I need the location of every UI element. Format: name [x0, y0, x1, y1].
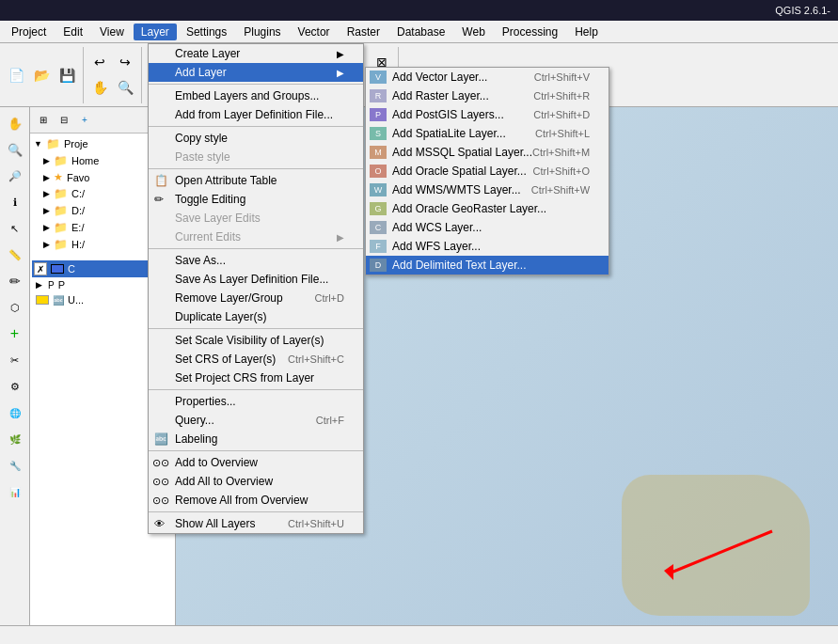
menu-processing[interactable]: Processing [495, 24, 565, 40]
add-definition-item[interactable]: Add from Layer Definition File... [149, 105, 363, 124]
save-as-item[interactable]: Save As... [149, 251, 363, 270]
layer-proj-label: Proje [64, 138, 88, 149]
query-item[interactable]: Query... Ctrl+F [149, 411, 363, 430]
add-spatialite-shortcut: Ctrl+Shift+L [535, 128, 590, 139]
zoom-in-left-btn[interactable]: 🔍 [3, 137, 27, 162]
new-project-btn[interactable]: 📄 [4, 63, 28, 87]
add-wms-item[interactable]: W Add WMS/WMTS Layer... Ctrl+Shift+W [366, 181, 609, 199]
add-overview-label: Add to Overview [175, 456, 258, 469]
add-to-overview-item[interactable]: ⊙⊙ Add to Overview [149, 453, 363, 472]
add-wfs-item[interactable]: F Add WFS Layer... [366, 237, 609, 256]
wms-btn[interactable]: 🌐 [3, 401, 27, 425]
embed-layers-item[interactable]: Embed Layers and Groups... [149, 86, 363, 105]
add-mssql-item[interactable]: M Add MSSQL Spatial Layer... Ctrl+Shift+… [366, 143, 609, 162]
menu-bar: Project Edit View Layer Settings Plugins… [0, 21, 838, 43]
set-scale-item[interactable]: Set Scale Visibility of Layer(s) [149, 331, 363, 350]
save-as-definition-item[interactable]: Save As Layer Definition File... [149, 270, 363, 289]
menu-database[interactable]: Database [389, 24, 452, 40]
digitize-btn[interactable]: ✏ [3, 269, 27, 293]
add-georaster-label: Add Oracle GeoRaster Layer... [392, 202, 546, 215]
menu-view[interactable]: View [92, 24, 132, 40]
menu-plugins[interactable]: Plugins [236, 24, 288, 40]
undo-btn[interactable]: ↩ [87, 50, 112, 74]
toggle-editing-item[interactable]: ✏ Toggle Editing [149, 190, 363, 209]
sep5 [149, 328, 363, 329]
menu-layer[interactable]: Layer [134, 24, 177, 40]
add-group-btn[interactable]: + [75, 111, 94, 130]
add-all-overview-item[interactable]: ⊙⊙ Add All to Overview [149, 472, 363, 491]
add-layer-label: Add Layer [175, 66, 227, 79]
zoom-out-left-btn[interactable]: 🔎 [3, 164, 27, 188]
add-raster-icon: R [370, 89, 387, 102]
duplicate-layer-item[interactable]: Duplicate Layer(s) [149, 307, 363, 326]
add-georaster-item[interactable]: G Add Oracle GeoRaster Layer... [366, 199, 609, 218]
create-layer-item[interactable]: Create Layer ▶ [149, 44, 363, 63]
layer-home-label: Home [71, 155, 99, 166]
layer-visibility-check[interactable]: ✗ [34, 262, 47, 275]
collapse-all-btn[interactable]: ⊟ [55, 111, 73, 130]
set-project-crs-item[interactable]: Set Project CRS from Layer [149, 369, 363, 387]
show-all-layers-item[interactable]: 👁 Show All Layers Ctrl+Shift+U [149, 514, 363, 533]
pan-map-btn[interactable]: ✋ [3, 111, 27, 135]
delete-selected-btn[interactable]: ✂ [3, 348, 27, 372]
plugin2-btn[interactable]: 📊 [3, 479, 27, 504]
menu-project[interactable]: Project [4, 24, 54, 40]
zoom-in-btn[interactable]: 🔍 [113, 75, 137, 100]
check-icon: ✗ [37, 264, 44, 275]
menu-vector[interactable]: Vector [291, 24, 338, 40]
set-project-crs-label: Set Project CRS from Layer [175, 371, 314, 385]
add-spatialite-item[interactable]: S Add SpatiaLite Layer... Ctrl+Shift+L [366, 124, 609, 143]
open-project-btn[interactable]: 📂 [29, 63, 54, 87]
select-feature-btn[interactable]: ↖ [3, 216, 27, 241]
add-delimited-text-item[interactable]: D Add Delimited Text Layer... [366, 256, 609, 275]
add-layer-item[interactable]: Add Layer ▶ [149, 63, 363, 82]
pan-btn[interactable]: ✋ [87, 75, 112, 100]
remove-layer-item[interactable]: Remove Layer/Group Ctrl+D [149, 289, 363, 307]
add-postgis-item[interactable]: P Add PostGIS Layers... Ctrl+Shift+D [366, 105, 609, 124]
redo-btn[interactable]: ↪ [113, 50, 137, 74]
add-postgis-icon: P [370, 108, 387, 121]
add-wcs-item[interactable]: C Add WCS Layer... [366, 218, 609, 237]
layer-dropdown-menu[interactable]: Create Layer ▶ Add Layer ▶ Embed Layers … [148, 43, 364, 534]
sep6 [149, 389, 363, 390]
save-project-btn[interactable]: 💾 [55, 63, 79, 87]
grass-btn[interactable]: 🌿 [3, 427, 27, 451]
add-layer-submenu[interactable]: V Add Vector Layer... Ctrl+Shift+V R Add… [365, 67, 609, 275]
create-layer-arrow: ▶ [337, 49, 344, 59]
layer-e-label: E:/ [71, 222, 84, 233]
plugin1-btn[interactable]: 🔧 [3, 453, 27, 478]
sep8 [149, 511, 363, 512]
layer-color-swatch [51, 264, 64, 274]
add-raster-item[interactable]: R Add Raster Layer... Ctrl+Shift+R [366, 86, 609, 105]
current-edits-label: Current Edits [175, 230, 241, 243]
add-feature-btn[interactable]: + [3, 322, 27, 346]
set-crs-item[interactable]: Set CRS of Layer(s) Ctrl+Shift+C [149, 350, 363, 369]
menu-settings[interactable]: Settings [179, 24, 234, 40]
menu-web[interactable]: Web [454, 24, 492, 40]
copy-style-item[interactable]: Copy style [149, 129, 363, 148]
expand-c-icon: ▶ [43, 189, 50, 198]
sub-layer-icon: P [48, 280, 55, 291]
add-wms-shortcut: Ctrl+Shift+W [531, 184, 590, 196]
menu-edit[interactable]: Edit [55, 24, 90, 40]
open-attr-table-item[interactable]: 📋 Open Attribute Table [149, 171, 363, 190]
properties-item[interactable]: Properties... [149, 392, 363, 411]
expand-all-btn[interactable]: ⊞ [34, 111, 53, 130]
add-all-icon: ⊙⊙ [152, 476, 169, 488]
identify-feature-btn[interactable]: ℹ [3, 190, 27, 214]
layer-settings-btn[interactable]: ⚙ [3, 374, 27, 399]
measure-left-btn[interactable]: 📏 [3, 243, 27, 267]
menu-help[interactable]: Help [567, 24, 606, 40]
show-all-label: Show All Layers [175, 517, 255, 530]
labeling-item[interactable]: 🔤 Labeling [149, 430, 363, 448]
add-wms-icon: W [370, 183, 387, 196]
add-vector-item[interactable]: V Add Vector Layer... Ctrl+Shift+V [366, 68, 609, 86]
open-attr-icon: 📋 [154, 174, 168, 187]
add-oracle-spatial-item[interactable]: O Add Oracle Spatial Layer... Ctrl+Shift… [366, 162, 609, 181]
menu-raster[interactable]: Raster [340, 24, 387, 40]
remove-all-overview-item[interactable]: ⊙⊙ Remove All from Overview [149, 491, 363, 510]
add-wcs-label: Add WCS Layer... [392, 221, 482, 234]
expand-proj-icon: ▼ [34, 139, 42, 149]
layer-h-label: H:/ [71, 239, 85, 250]
node-tool-btn[interactable]: ⬡ [3, 295, 27, 320]
